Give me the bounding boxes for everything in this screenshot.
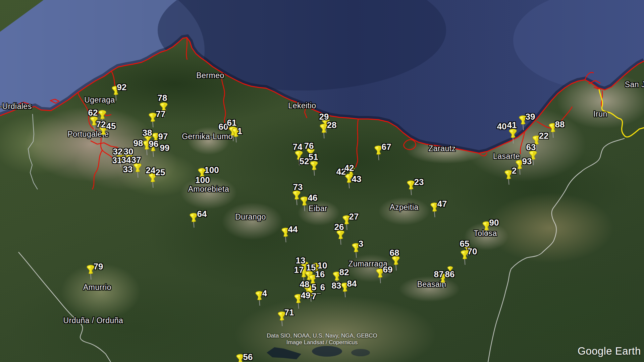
pin-label: 37 bbox=[131, 155, 141, 165]
pin-label: 49 bbox=[301, 290, 311, 301]
pin-label: 40 bbox=[497, 121, 507, 132]
pin-label: 28 bbox=[327, 120, 337, 130]
pin-label: 24 bbox=[146, 165, 156, 176]
google-earth-viewport[interactable]: o-UrdialesUgeragaPortugaleteBermeoGernik… bbox=[0, 0, 644, 362]
pin-label: 34 bbox=[121, 155, 131, 165]
pin-label: 98 bbox=[133, 138, 143, 148]
pin-label: 68 bbox=[390, 248, 399, 258]
pin-label: 71 bbox=[284, 307, 294, 318]
place-label: Bermeo bbox=[196, 71, 224, 80]
attribution-line1: Data SIO, NOAA, U.S. Navy, NGA, GEBCO bbox=[267, 333, 377, 339]
pin-label: 31 bbox=[112, 155, 122, 166]
place-label: Irun bbox=[593, 110, 607, 119]
place-label: Durango bbox=[235, 213, 266, 222]
pin-label: 42 bbox=[344, 163, 354, 173]
pin-label: 96 bbox=[149, 139, 159, 149]
pin-label: 78 bbox=[158, 93, 167, 103]
place-label: o-Urdiales bbox=[0, 102, 32, 111]
pin-label: 64 bbox=[197, 209, 207, 219]
place-label: Zarautz bbox=[428, 144, 455, 153]
border-lines bbox=[18, 138, 625, 362]
pin-label: 7 bbox=[312, 291, 316, 302]
place-label: Azpeitia bbox=[390, 203, 419, 212]
place-label: Urduña / Orduña bbox=[63, 316, 123, 325]
lake bbox=[312, 346, 342, 357]
pin-label: 23 bbox=[414, 177, 424, 187]
place-label: Lasarte bbox=[493, 152, 520, 161]
pin-label: 77 bbox=[156, 109, 166, 119]
map-vector-overlay bbox=[0, 0, 644, 362]
pin-label: 82 bbox=[339, 267, 349, 278]
pushpin-icon bbox=[336, 230, 345, 245]
pin-label: 4 bbox=[262, 288, 267, 299]
pin-label: 6 bbox=[320, 282, 325, 293]
pin-label: 41 bbox=[507, 120, 517, 130]
pin-label: 43 bbox=[352, 174, 362, 184]
pin-label: 86 bbox=[445, 269, 455, 280]
pin-label: 97 bbox=[158, 131, 168, 142]
pin-label: 90 bbox=[489, 218, 499, 228]
pin-label: 61 bbox=[227, 118, 237, 128]
pin-label: 63 bbox=[526, 142, 536, 153]
pin-label: 52 bbox=[300, 156, 309, 167]
pin-label: 17 bbox=[294, 265, 304, 275]
pin-label: 100 bbox=[204, 165, 219, 175]
pin-label: 87 bbox=[434, 269, 444, 280]
pin-label: 56 bbox=[243, 352, 253, 362]
map-pin[interactable] bbox=[336, 230, 345, 247]
pin-label: 47 bbox=[437, 199, 447, 209]
map-pin[interactable] bbox=[508, 129, 518, 145]
pin-label: 79 bbox=[94, 261, 103, 272]
pin-label: 83 bbox=[332, 281, 341, 291]
pin-label: 3 bbox=[359, 239, 363, 249]
pin-label: 27 bbox=[349, 212, 359, 222]
pin-label: 88 bbox=[555, 119, 565, 130]
pin-label: 15 bbox=[306, 262, 316, 273]
river-line bbox=[28, 114, 38, 189]
place-label: San Ju bbox=[625, 80, 644, 89]
pin-label: 33 bbox=[123, 164, 133, 175]
place-label: Eibar bbox=[309, 204, 327, 213]
pin-label: 74 bbox=[293, 142, 303, 152]
place-label: Amorebieta bbox=[188, 185, 229, 194]
pin-label: 84 bbox=[347, 279, 357, 289]
pin-label: 100 bbox=[195, 175, 210, 185]
pin-label: 92 bbox=[117, 82, 127, 93]
pushpin-icon bbox=[309, 161, 319, 176]
place-label: Gernika-Lumo bbox=[182, 132, 233, 141]
pin-label: 46 bbox=[308, 193, 318, 203]
pushpin-icon bbox=[508, 129, 518, 144]
pin-label: 26 bbox=[334, 222, 344, 232]
pin-label: 44 bbox=[288, 224, 298, 235]
map-pin[interactable] bbox=[133, 163, 142, 180]
pin-label: 48 bbox=[300, 279, 310, 290]
place-label: Ugeraga bbox=[84, 96, 115, 105]
attribution-line2: Image Landsat / Copernicus bbox=[267, 339, 377, 346]
pin-label: 72 bbox=[96, 119, 106, 130]
pin-label: 13 bbox=[296, 255, 306, 266]
pin-label: 62 bbox=[88, 108, 98, 118]
pushpin-icon bbox=[133, 163, 142, 178]
map-attribution: Data SIO, NOAA, U.S. Navy, NGA, GEBCO Im… bbox=[267, 333, 377, 346]
pin-label: 16 bbox=[315, 269, 325, 280]
place-label: Lekeitio bbox=[288, 101, 316, 110]
google-earth-watermark: Google Earth bbox=[578, 345, 641, 357]
lake bbox=[351, 349, 370, 356]
place-label: Amurrio bbox=[83, 283, 111, 292]
pin-label: 25 bbox=[156, 167, 165, 178]
pin-label: 38 bbox=[143, 128, 152, 138]
lake bbox=[267, 347, 301, 359]
map-pin[interactable] bbox=[309, 161, 319, 178]
pin-label: 45 bbox=[106, 121, 116, 131]
pin-label: 22 bbox=[539, 131, 549, 141]
pin-label: 1 bbox=[237, 126, 242, 136]
pin-label: 69 bbox=[383, 264, 393, 275]
pin-label: 76 bbox=[304, 141, 314, 151]
pin-label: 39 bbox=[526, 112, 535, 122]
pin-label: 67 bbox=[382, 142, 391, 152]
pin-label: 2 bbox=[512, 166, 517, 176]
place-label: Zumarraga bbox=[348, 259, 388, 268]
pin-label: 51 bbox=[309, 152, 318, 162]
pin-label: 93 bbox=[522, 156, 532, 167]
pin-label: 73 bbox=[293, 182, 303, 192]
